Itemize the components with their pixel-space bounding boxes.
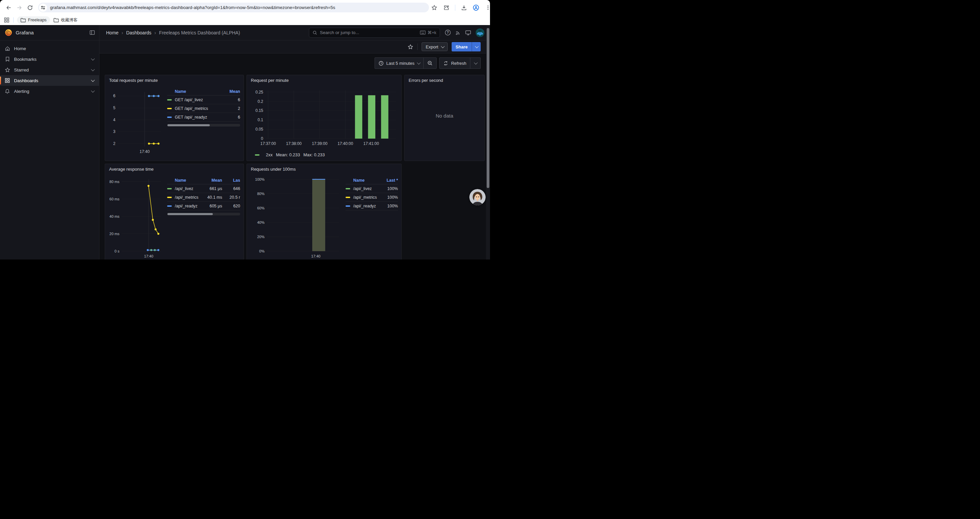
legend-row[interactable]: GET /api/_readyz6 bbox=[167, 113, 240, 121]
share-button[interactable]: Share bbox=[452, 42, 480, 51]
svg-text:0%: 0% bbox=[259, 249, 264, 253]
download-icon[interactable] bbox=[459, 2, 469, 13]
panel-total-requests: Total requests per minute 6543217:40 Nam… bbox=[105, 75, 244, 161]
svg-text:17:37:00: 17:37:00 bbox=[260, 141, 276, 146]
breadcrumb: Home › Dashboards › Freeleaps Metrics Da… bbox=[106, 30, 240, 35]
sidebar-item-alerting[interactable]: Alerting bbox=[0, 86, 99, 96]
home-icon bbox=[4, 46, 11, 51]
legend-row[interactable]: /api/_livez661 µs646 bbox=[167, 184, 240, 193]
series-pill bbox=[167, 99, 172, 101]
legend-col-last[interactable]: Las bbox=[226, 178, 240, 183]
legend-row[interactable]: GET /api/_livez6 bbox=[167, 96, 240, 104]
refresh-interval-dropdown[interactable] bbox=[470, 58, 480, 69]
svg-text:17:39:00: 17:39:00 bbox=[312, 141, 328, 146]
total-requests-chart[interactable]: 6543217:40 bbox=[108, 84, 164, 159]
panel-title[interactable]: Errors per second bbox=[405, 75, 484, 84]
legend-row[interactable]: GET /api/_metrics2 bbox=[167, 104, 240, 113]
zoom-out-button[interactable] bbox=[423, 58, 436, 69]
extensions-icon[interactable] bbox=[441, 2, 452, 13]
sidebar-item-dashboards[interactable]: Dashboards bbox=[0, 75, 99, 86]
sidebar-item-bookmarks[interactable]: Bookmarks bbox=[0, 54, 99, 64]
clock-icon bbox=[379, 61, 383, 66]
legend-col-mean[interactable]: Mean bbox=[205, 178, 222, 183]
panel-title[interactable]: Request per minute bbox=[247, 75, 401, 84]
legend-row[interactable]: /api/_readyz100% bbox=[345, 202, 398, 211]
request-per-minute-chart[interactable]: 0.250.20.150.10.05017:37:0017:38:0017:39… bbox=[250, 84, 398, 149]
browser-actions bbox=[429, 2, 490, 13]
breadcrumb-dashboards[interactable]: Dashboards bbox=[126, 30, 151, 35]
panel-requests-under-100ms: Requests under 100ms 100%80%60%40%20%0%1… bbox=[247, 164, 402, 260]
legend-col-name[interactable]: Name bbox=[175, 178, 205, 183]
tv-kiosk-icon[interactable] bbox=[465, 30, 471, 36]
star-icon bbox=[4, 67, 11, 73]
time-range-label: Last 5 minutes bbox=[386, 61, 415, 66]
sidebar-toggle-icon[interactable] bbox=[89, 30, 95, 35]
svg-text:80%: 80% bbox=[257, 192, 264, 196]
panel-title[interactable]: Average response time bbox=[105, 164, 243, 172]
panel-title[interactable]: Total requests per minute bbox=[105, 75, 243, 84]
scrollbar-thumb[interactable] bbox=[487, 28, 489, 188]
svg-text:100%: 100% bbox=[255, 177, 264, 181]
under-100ms-chart[interactable]: 100%80%60%40%20%0%17:40 bbox=[250, 172, 343, 260]
bookmark-folder-blogs[interactable]: 收藏博客 bbox=[50, 16, 81, 24]
back-icon[interactable] bbox=[3, 2, 14, 13]
svg-text:0.25: 0.25 bbox=[256, 90, 264, 94]
sidebar-item-starred[interactable]: Starred bbox=[0, 64, 99, 75]
panel-title[interactable]: Requests under 100ms bbox=[247, 164, 401, 172]
svg-text:17:40:00: 17:40:00 bbox=[337, 141, 353, 146]
apps-grid-icon[interactable] bbox=[4, 18, 10, 23]
brand-title: Grafana bbox=[16, 30, 34, 35]
export-button[interactable]: Export bbox=[422, 42, 448, 51]
news-rss-icon[interactable] bbox=[455, 30, 461, 36]
bookmark-star-icon[interactable] bbox=[429, 2, 440, 13]
user-avatar[interactable] bbox=[475, 28, 485, 37]
chevron-down-icon bbox=[417, 61, 421, 64]
chevron-down-icon[interactable] bbox=[91, 57, 95, 61]
breadcrumb-home[interactable]: Home bbox=[106, 30, 118, 35]
legend-inline[interactable]: 2xx Mean: 0.233 Max: 0.233 bbox=[250, 149, 398, 157]
legend-table: NameMeanLas /api/_livez661 µs646 /api/_m… bbox=[167, 177, 240, 260]
browser-menu-icon[interactable] bbox=[483, 2, 490, 13]
chevron-down-icon bbox=[474, 61, 478, 64]
legend-row[interactable]: /api/_readyz605 µs620 bbox=[167, 202, 240, 211]
sidebar-item-home[interactable]: Home bbox=[0, 43, 99, 54]
legend-row[interactable]: /api/_metrics100% bbox=[345, 193, 398, 202]
legend-scrollbar[interactable] bbox=[167, 124, 240, 126]
legend-scrollbar[interactable] bbox=[167, 213, 240, 216]
refresh-icon bbox=[443, 61, 448, 66]
svg-text:17:40: 17:40 bbox=[311, 254, 321, 258]
profile-icon[interactable] bbox=[471, 2, 481, 13]
refresh-button[interactable]: Refresh bbox=[440, 58, 470, 69]
svg-text:17:40: 17:40 bbox=[144, 254, 153, 258]
chevron-down-icon[interactable] bbox=[91, 78, 95, 82]
legend-col-name[interactable]: Name bbox=[175, 89, 225, 94]
average-response-chart[interactable]: 80 ms60 ms40 ms20 ms0 s17:40 bbox=[108, 172, 164, 260]
share-dropdown[interactable] bbox=[472, 42, 480, 51]
zoom-out-icon bbox=[427, 61, 433, 66]
svg-text:20 ms: 20 ms bbox=[110, 232, 119, 236]
forward-icon[interactable] bbox=[14, 2, 25, 13]
reload-icon[interactable] bbox=[25, 2, 35, 13]
legend-row[interactable]: /api/_livez100% bbox=[345, 184, 398, 193]
svg-text:0: 0 bbox=[261, 136, 263, 141]
legend-col-last[interactable]: Last * bbox=[381, 178, 398, 183]
site-settings-icon[interactable] bbox=[39, 4, 47, 12]
help-icon[interactable]: ? bbox=[445, 29, 451, 36]
legend-row[interactable]: /api/_metrics40.1 ms20.5 r bbox=[167, 193, 240, 202]
assistant-avatar[interactable] bbox=[469, 189, 486, 205]
url-bar[interactable]: grafana.mathmast.com/d/deytv4rwavabkb/fr… bbox=[38, 3, 429, 12]
series-pill bbox=[255, 154, 259, 156]
legend-col-mean[interactable]: Mean bbox=[225, 89, 240, 94]
bookmarks-bar: Freeleaps 收藏博客 bbox=[0, 15, 490, 25]
favorite-star-icon[interactable] bbox=[407, 44, 413, 50]
page-scrollbar[interactable] bbox=[486, 25, 490, 260]
bookmark-folder-freeleaps[interactable]: Freeleaps bbox=[17, 16, 50, 24]
grafana-logo[interactable] bbox=[5, 29, 12, 37]
search-input[interactable]: Search or jump to... ⌘+k bbox=[309, 28, 440, 38]
chevron-down-icon[interactable] bbox=[91, 89, 95, 93]
svg-text:60%: 60% bbox=[257, 206, 264, 210]
chevron-down-icon[interactable] bbox=[91, 67, 95, 71]
time-range-picker[interactable]: Last 5 minutes bbox=[375, 58, 424, 69]
legend-col-name[interactable]: Name bbox=[353, 178, 381, 183]
time-range-group: Last 5 minutes bbox=[375, 57, 437, 69]
